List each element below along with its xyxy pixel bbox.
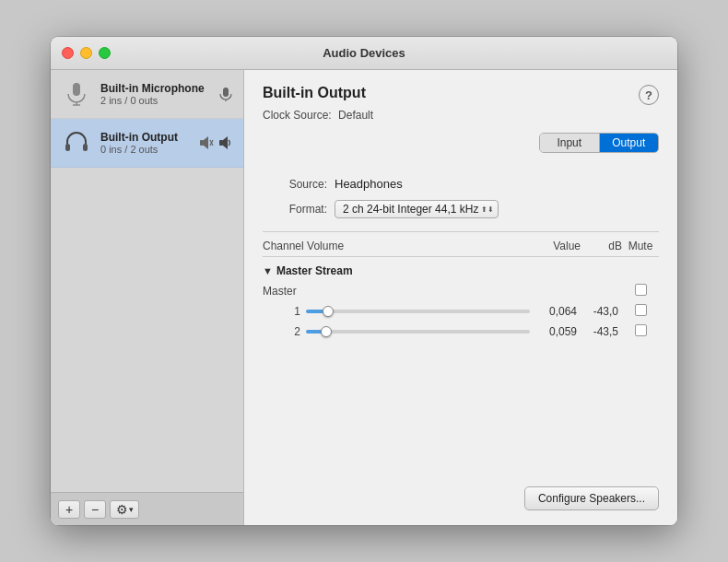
svg-rect-3 (223, 88, 229, 97)
maximize-button[interactable] (99, 47, 111, 59)
traffic-lights (51, 47, 111, 59)
remove-device-button[interactable]: − (84, 500, 106, 519)
channel-volume-section: Channel Volume Value dB Mute ▼ Master St… (263, 240, 659, 477)
channel-header: Channel Volume Value dB Mute (263, 240, 659, 257)
io-tabs: Input Output (539, 133, 659, 153)
channel-2-slider[interactable] (306, 330, 530, 334)
gear-button[interactable]: ⚙ ▾ (110, 500, 139, 519)
detail-title: Built-in Output (263, 85, 366, 101)
device-info-microphone: Built-in Microphone 2 ins / 0 outs (100, 82, 210, 106)
master-row: Master (263, 281, 659, 301)
channel-1-slider-wrap (306, 310, 530, 313)
master-channel-name: Master (263, 285, 309, 298)
section-divider (263, 231, 659, 232)
channel-2-value: 0,059 (530, 325, 581, 338)
device-name-microphone: Built-in Microphone (100, 82, 210, 95)
master-stream-header: ▼ Master Stream (263, 261, 659, 281)
title-bar: Audio Devices (51, 37, 677, 70)
channel-2-slider-wrap (306, 330, 530, 334)
close-button[interactable] (62, 47, 74, 59)
channel-2-db: -43,5 (581, 325, 622, 338)
master-stream-label: Master Stream (276, 264, 353, 277)
svg-marker-12 (223, 136, 228, 149)
minimize-button[interactable] (80, 47, 92, 59)
channel-1-db: -43,0 (581, 305, 622, 318)
main-content: Built-in Microphone 2 ins / 0 outs (51, 70, 677, 525)
source-row: Source: Headphones (263, 177, 659, 191)
svg-rect-11 (219, 140, 223, 146)
sidebar-item-builtin-microphone[interactable]: Built-in Microphone 2 ins / 0 outs (51, 70, 243, 119)
sidebar: Built-in Microphone 2 ins / 0 outs (51, 70, 244, 525)
gear-icon: ⚙ (116, 502, 128, 517)
device-list: Built-in Microphone 2 ins / 0 outs (51, 70, 243, 492)
configure-speakers-button[interactable]: Configure Speakers... (524, 486, 659, 510)
gear-dropdown-arrow: ▾ (129, 505, 134, 514)
output-speaker-icon (217, 135, 234, 151)
format-select[interactable]: 2 ch 24-bit Integer 44,1 kHz (335, 200, 499, 218)
add-device-button[interactable]: + (58, 500, 80, 519)
tab-output[interactable]: Output (600, 134, 659, 152)
sidebar-item-builtin-output[interactable]: Built-in Output 0 ins / 2 outs (51, 119, 243, 168)
disclosure-triangle-icon[interactable]: ▼ (263, 265, 273, 276)
svg-rect-0 (73, 83, 80, 96)
channel-1-mute-wrap (622, 304, 659, 319)
channel-2-mute-checkbox[interactable] (635, 324, 647, 336)
help-button[interactable]: ? (639, 85, 659, 105)
format-row: Format: 2 ch 24-bit Integer 44,1 kHz (263, 200, 659, 218)
device-sub-microphone: 2 ins / 0 outs (100, 95, 210, 106)
channel-row-1: 1 0,064 -43,0 (263, 301, 659, 322)
col-label-db: dB (581, 240, 622, 252)
channel-1-name: 1 (277, 305, 300, 318)
svg-rect-6 (83, 144, 88, 151)
clock-source-row: Clock Source: Default (263, 109, 659, 122)
tab-input[interactable]: Input (540, 134, 600, 152)
col-label-channel: Channel Volume (263, 240, 530, 252)
microphone-input-icon (217, 86, 234, 102)
col-label-mute: Mute (622, 240, 659, 252)
microphone-icon (60, 77, 93, 111)
bottom-bar: Configure Speakers... (263, 477, 659, 510)
source-label: Source: (263, 178, 327, 191)
master-mute-wrap (622, 284, 659, 299)
output-mute-icon[interactable] (198, 135, 215, 151)
channel-1-slider[interactable] (306, 310, 530, 313)
device-sub-output: 0 ins / 2 outs (100, 144, 191, 155)
master-mute-checkbox[interactable] (635, 284, 647, 296)
clock-source-value: Default (338, 109, 373, 122)
format-label: Format: (263, 203, 327, 216)
device-info-output: Built-in Output 0 ins / 2 outs (100, 131, 191, 155)
clock-source-label: Clock Source: (263, 109, 332, 122)
window-title: Audio Devices (323, 46, 405, 60)
detail-header: Built-in Output ? (263, 85, 659, 105)
detail-panel: Built-in Output ? Clock Source: Default … (244, 70, 677, 525)
audio-devices-window: Audio Devices Built-in (51, 37, 677, 525)
device-actions-output (198, 135, 234, 151)
channel-1-value: 0,064 (530, 305, 581, 318)
channel-row-2: 2 0,059 -43,5 (263, 322, 659, 342)
svg-rect-5 (65, 144, 70, 151)
channel-1-mute-checkbox[interactable] (635, 304, 647, 316)
headphones-icon (60, 126, 93, 159)
svg-rect-7 (200, 140, 204, 146)
svg-marker-8 (204, 136, 208, 149)
sidebar-toolbar: + − ⚙ ▾ (51, 492, 243, 525)
device-actions-microphone (217, 86, 234, 102)
channel-2-mute-wrap (622, 324, 659, 339)
col-label-value: Value (530, 240, 581, 252)
channel-2-name: 2 (277, 325, 300, 338)
source-value: Headphones (335, 177, 403, 191)
device-name-output: Built-in Output (100, 131, 191, 144)
format-select-wrapper: 2 ch 24-bit Integer 44,1 kHz (335, 200, 499, 218)
